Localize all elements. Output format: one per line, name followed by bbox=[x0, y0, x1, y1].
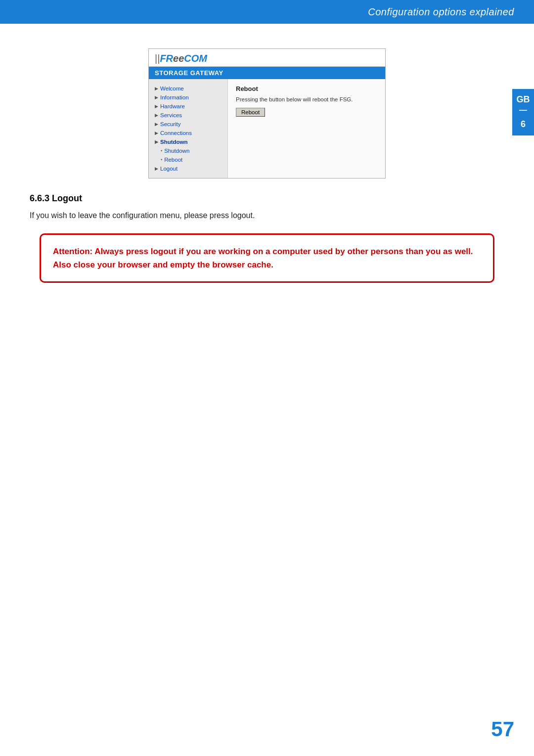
ui-logo-bar: ||FReeCOM bbox=[149, 49, 385, 67]
nav-services[interactable]: ▶ Services bbox=[149, 111, 227, 120]
arrow-icon: ▶ bbox=[155, 139, 158, 144]
bullet-icon: • bbox=[161, 157, 162, 162]
nav-logout-label: Logout bbox=[160, 166, 178, 172]
tab-dash: — bbox=[515, 105, 531, 116]
attention-text: Attention: Always press logout if you ar… bbox=[53, 247, 473, 269]
right-tab: GB — 6 bbox=[512, 89, 534, 135]
header-bar: Configuration options explained bbox=[0, 0, 534, 24]
arrow-icon: ▶ bbox=[155, 86, 158, 91]
nav-services-label: Services bbox=[160, 112, 182, 118]
nav-information[interactable]: ▶ Information bbox=[149, 93, 227, 102]
arrow-icon: ▶ bbox=[155, 122, 158, 127]
ui-main-title: Reboot bbox=[236, 85, 377, 92]
ui-storage-header: Storage GateWay bbox=[149, 67, 385, 79]
ui-sidebar: ▶ Welcome ▶ Information ▶ Hardware ▶ Ser… bbox=[149, 79, 228, 178]
nav-connections-label: Connections bbox=[160, 130, 192, 136]
nav-reboot-sub-label: Reboot bbox=[164, 157, 182, 163]
main-content: ||FReeCOM Storage GateWay ▶ Welcome ▶ In… bbox=[0, 24, 534, 298]
attention-box: Attention: Always press logout if you ar… bbox=[40, 233, 494, 283]
section-body-text: If you wish to leave the configuration m… bbox=[30, 210, 504, 222]
nav-shutdown-sub[interactable]: • Shutdown bbox=[149, 146, 227, 155]
nav-security[interactable]: ▶ Security bbox=[149, 120, 227, 129]
nav-shutdown-sub-label: Shutdown bbox=[164, 148, 189, 154]
header-title: Configuration options explained bbox=[368, 6, 514, 18]
nav-hardware[interactable]: ▶ Hardware bbox=[149, 102, 227, 111]
ui-main-desc: Pressing the button below will reboot th… bbox=[236, 96, 377, 102]
arrow-icon: ▶ bbox=[155, 131, 158, 135]
ui-body: ▶ Welcome ▶ Information ▶ Hardware ▶ Ser… bbox=[149, 79, 385, 178]
section-heading: 6.6.3 Logout bbox=[30, 193, 504, 204]
arrow-icon: ▶ bbox=[155, 104, 158, 109]
arrow-icon: ▶ bbox=[155, 166, 158, 171]
nav-shutdown[interactable]: ▶ Shutdown bbox=[149, 137, 227, 146]
bullet-icon: • bbox=[161, 148, 162, 153]
reboot-button[interactable]: Reboot bbox=[236, 108, 265, 117]
ui-storage-label: Storage GateWay bbox=[155, 69, 223, 77]
tab-gb-label: GB bbox=[517, 94, 530, 104]
arrow-icon: ▶ bbox=[155, 113, 158, 118]
nav-connections[interactable]: ▶ Connections bbox=[149, 129, 227, 137]
ui-screenshot: ||FReeCOM Storage GateWay ▶ Welcome ▶ In… bbox=[148, 48, 386, 178]
nav-reboot-sub[interactable]: • Reboot bbox=[149, 155, 227, 164]
nav-logout[interactable]: ▶ Logout bbox=[149, 164, 227, 173]
arrow-icon: ▶ bbox=[155, 95, 158, 100]
nav-welcome-label: Welcome bbox=[160, 86, 184, 91]
ui-main-panel: Reboot Pressing the button below will re… bbox=[228, 79, 385, 178]
nav-information-label: Information bbox=[160, 94, 189, 100]
tab-number: 6 bbox=[515, 119, 531, 130]
nav-hardware-label: Hardware bbox=[160, 103, 185, 109]
nav-welcome[interactable]: ▶ Welcome bbox=[149, 84, 227, 93]
nav-security-label: Security bbox=[160, 121, 181, 127]
nav-shutdown-label: Shutdown bbox=[160, 139, 188, 145]
page-number: 57 bbox=[491, 717, 514, 741]
ui-logo: ||FReeCOM bbox=[155, 53, 207, 64]
